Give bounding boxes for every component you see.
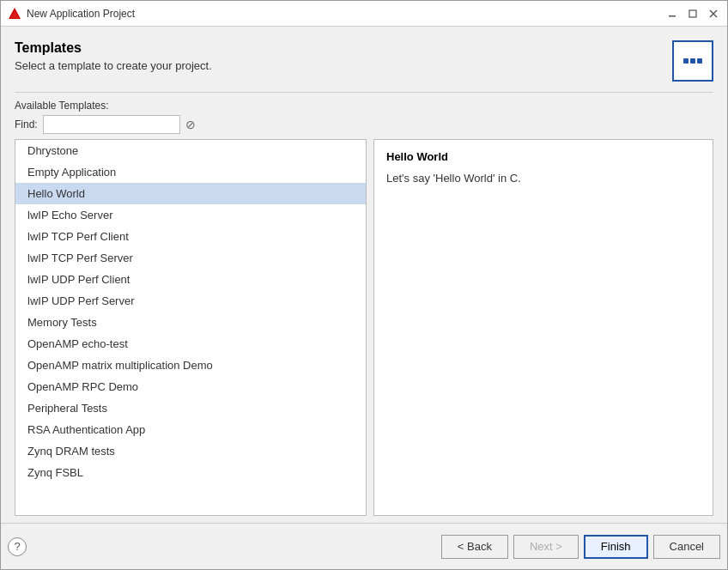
template-item-memory-tests[interactable]: Memory Tests bbox=[15, 312, 366, 333]
next-button[interactable]: Next > bbox=[513, 535, 579, 559]
template-item-lwip-tcp-perf-client[interactable]: lwIP TCP Perf Client bbox=[15, 226, 366, 247]
template-item-dhrystone[interactable]: Dhrystone bbox=[15, 140, 366, 161]
back-button[interactable]: < Back bbox=[441, 535, 508, 559]
dot-2 bbox=[690, 58, 695, 64]
title-bar-left: New Application Project bbox=[8, 7, 135, 21]
application-window: New Application Project Templates Select… bbox=[0, 0, 728, 570]
template-item-openamp-matrix-mult[interactable]: OpenAMP matrix multiplication Demo bbox=[15, 355, 366, 376]
template-item-rsa-auth-app[interactable]: RSA Authentication App bbox=[15, 419, 366, 440]
template-item-openamp-echo-test[interactable]: OpenAMP echo-test bbox=[15, 333, 366, 355]
app-logo-icon bbox=[8, 7, 21, 21]
header-section: Templates Select a template to create yo… bbox=[15, 40, 713, 82]
maximize-button[interactable] bbox=[686, 7, 700, 21]
template-item-lwip-tcp-perf-server[interactable]: lwIP TCP Perf Server bbox=[15, 247, 366, 269]
templates-label: Available Templates: bbox=[15, 100, 713, 112]
panels-row: DhrystoneEmpty ApplicationHello WorldlwI… bbox=[15, 139, 713, 516]
search-input[interactable] bbox=[43, 115, 180, 134]
template-item-peripheral-tests[interactable]: Peripheral Tests bbox=[15, 397, 366, 419]
dot-1 bbox=[683, 58, 689, 64]
page-subtitle: Select a template to create your project… bbox=[15, 59, 212, 72]
template-item-zynq-dram-tests[interactable]: Zynq DRAM tests bbox=[15, 440, 366, 462]
template-list: DhrystoneEmpty ApplicationHello WorldlwI… bbox=[15, 139, 367, 516]
template-item-zynq-fsbl[interactable]: Zynq FSBL bbox=[15, 462, 366, 483]
template-item-lwip-echo-server[interactable]: lwIP Echo Server bbox=[15, 204, 366, 226]
button-bar: ? < Back Next > Finish Cancel bbox=[1, 523, 727, 569]
content-area: Templates Select a template to create yo… bbox=[1, 27, 727, 516]
minimize-button[interactable] bbox=[665, 7, 679, 21]
find-label: Find: bbox=[15, 118, 38, 130]
cancel-button[interactable]: Cancel bbox=[653, 535, 720, 559]
close-button[interactable] bbox=[707, 7, 720, 21]
page-title: Templates bbox=[15, 40, 212, 56]
svg-rect-3 bbox=[689, 10, 696, 17]
header-text: Templates Select a template to create yo… bbox=[15, 40, 212, 72]
icon-dots bbox=[683, 58, 702, 64]
dot-3 bbox=[697, 58, 702, 64]
template-item-openamp-rpc-demo[interactable]: OpenAMP RPC Demo bbox=[15, 376, 366, 397]
find-row: Find: ⊘ bbox=[15, 115, 713, 134]
window-controls bbox=[665, 7, 720, 21]
svg-rect-2 bbox=[669, 15, 676, 17]
template-item-empty-application[interactable]: Empty Application bbox=[15, 161, 366, 183]
detail-title: Hello World bbox=[386, 150, 701, 163]
template-item-lwip-udp-perf-server[interactable]: lwIP UDP Perf Server bbox=[15, 290, 366, 312]
header-divider bbox=[15, 92, 713, 93]
help-button[interactable]: ? bbox=[8, 537, 27, 556]
finish-button[interactable]: Finish bbox=[584, 535, 648, 559]
template-icon bbox=[672, 40, 713, 82]
detail-body: Let's say 'Hello World' in C. bbox=[386, 170, 701, 187]
detail-panel: Hello World Let's say 'Hello World' in C… bbox=[373, 139, 713, 516]
help-label: ? bbox=[14, 540, 20, 553]
template-item-lwip-udp-perf-client[interactable]: lwIP UDP Perf Client bbox=[15, 269, 366, 290]
nav-buttons: < Back Next > Finish Cancel bbox=[441, 535, 720, 559]
template-item-hello-world[interactable]: Hello World bbox=[15, 183, 366, 204]
window-title: New Application Project bbox=[27, 8, 135, 20]
filter-icon[interactable]: ⊘ bbox=[185, 118, 196, 131]
title-bar: New Application Project bbox=[1, 1, 727, 27]
main-section: Available Templates: Find: ⊘ DhrystoneEm… bbox=[15, 100, 713, 516]
